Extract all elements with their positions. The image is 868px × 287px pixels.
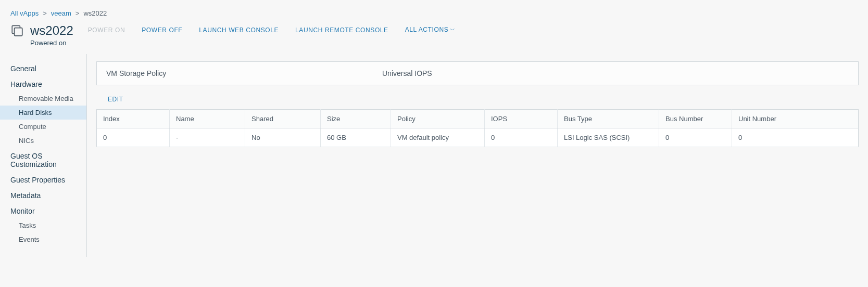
sidebar-item-guest-properties[interactable]: Guest Properties	[0, 172, 86, 187]
cell-index: 0	[97, 128, 170, 147]
sidebar-section-hardware[interactable]: Hardware	[0, 76, 86, 92]
page-title: ws2022	[30, 23, 73, 38]
sidebar-item-metadata[interactable]: Metadata	[0, 187, 86, 203]
sidebar-section-monitor[interactable]: Monitor	[0, 203, 86, 218]
svg-rect-1	[15, 28, 22, 36]
table-row[interactable]: 0 - No 60 GB VM default policy 0 LSI Log…	[97, 128, 859, 147]
power-on-button: POWER ON	[88, 27, 125, 34]
breadcrumb-separator-icon: >	[43, 9, 47, 17]
vm-storage-policy-bar: VM Storage Policy Universal IOPS	[96, 61, 859, 85]
all-actions-label: ALL ACTIONS	[405, 26, 449, 33]
th-name[interactable]: Name	[170, 110, 245, 128]
launch-remote-console-button[interactable]: LAUNCH REMOTE CONSOLE	[295, 27, 388, 34]
breadcrumb-all-vapps[interactable]: All vApps	[10, 9, 39, 17]
power-off-button[interactable]: POWER OFF	[142, 27, 182, 34]
th-bus-number[interactable]: Bus Number	[659, 110, 732, 128]
th-size[interactable]: Size	[321, 110, 391, 128]
cell-bus-type: LSI Logic SAS (SCSI)	[558, 128, 659, 147]
chevron-down-icon: ﹀	[450, 27, 456, 33]
hard-disks-table: Index Name Shared Size Policy IOPS Bus T…	[96, 109, 859, 147]
th-index[interactable]: Index	[97, 110, 170, 128]
sidebar-item-hard-disks[interactable]: Hard Disks	[0, 106, 86, 120]
breadcrumb-current: ws2022	[83, 9, 107, 17]
th-iops[interactable]: IOPS	[485, 110, 558, 128]
sidebar-item-guest-os[interactable]: Guest OS Customization	[0, 148, 86, 172]
sidebar-item-general[interactable]: General	[0, 60, 86, 76]
th-shared[interactable]: Shared	[245, 110, 321, 128]
cell-size: 60 GB	[321, 128, 391, 147]
cell-policy: VM default policy	[391, 128, 485, 147]
th-policy[interactable]: Policy	[391, 110, 485, 128]
sidebar-item-tasks[interactable]: Tasks	[0, 218, 86, 232]
action-bar: POWER ON POWER OFF LAUNCH WEB CONSOLE LA…	[88, 23, 456, 34]
power-status: Powered on	[30, 39, 73, 47]
cell-shared: No	[245, 128, 321, 147]
main-layout: General Hardware Removable Media Hard Di…	[0, 54, 868, 257]
policy-label: VM Storage Policy	[106, 69, 382, 77]
sidebar: General Hardware Removable Media Hard Di…	[0, 54, 87, 257]
th-unit-number[interactable]: Unit Number	[732, 110, 859, 128]
launch-web-console-button[interactable]: LAUNCH WEB CONSOLE	[199, 27, 279, 34]
content: VM Storage Policy Universal IOPS EDIT In…	[87, 54, 868, 257]
edit-button[interactable]: EDIT	[108, 96, 123, 103]
sidebar-item-compute[interactable]: Compute	[0, 120, 86, 134]
th-bus-type[interactable]: Bus Type	[558, 110, 659, 128]
breadcrumb-separator-icon: >	[76, 9, 80, 17]
breadcrumb-veeam[interactable]: veeam	[51, 9, 71, 17]
cell-unit-number: 0	[732, 128, 859, 147]
page-header: ws2022 Powered on POWER ON POWER OFF LAU…	[0, 23, 868, 54]
cell-bus-number: 0	[659, 128, 732, 147]
table-header-row: Index Name Shared Size Policy IOPS Bus T…	[97, 110, 859, 128]
all-actions-button[interactable]: ALL ACTIONS﹀	[405, 26, 456, 34]
sidebar-item-removable-media[interactable]: Removable Media	[0, 92, 86, 106]
breadcrumb: All vApps > veeam > ws2022	[0, 0, 868, 23]
vm-icon	[10, 23, 24, 38]
policy-value: Universal IOPS	[382, 69, 432, 77]
cell-name: -	[170, 128, 245, 147]
sidebar-item-events[interactable]: Events	[0, 232, 86, 246]
sidebar-item-nics[interactable]: NICs	[0, 134, 86, 148]
cell-iops: 0	[485, 128, 558, 147]
